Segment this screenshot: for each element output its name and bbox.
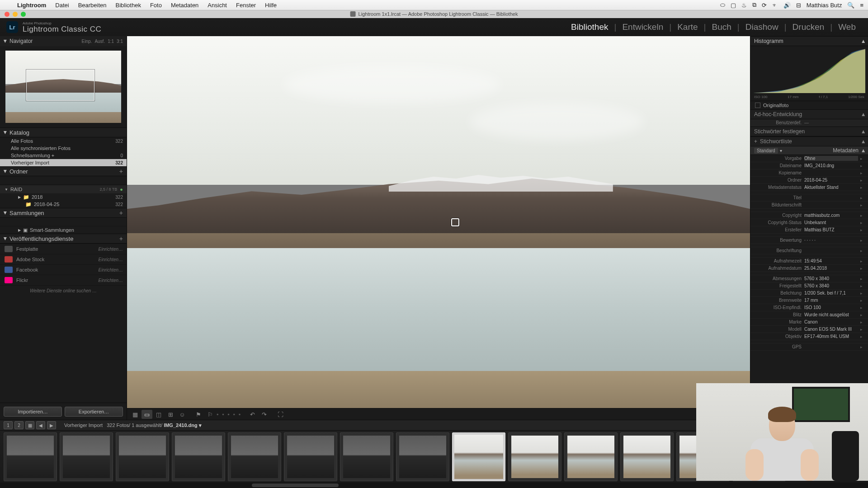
rotate-cw-icon[interactable]: ↷ xyxy=(259,410,269,419)
filmstrip-thumb[interactable] xyxy=(452,432,505,481)
window-minimize-button[interactable] xyxy=(13,12,18,17)
metadata-row[interactable]: DateinameIMG_2410.dng▸ xyxy=(750,162,868,169)
filmstrip-scrollbar[interactable] xyxy=(0,483,868,488)
metadata-row[interactable]: Ordner2018-04-25▸ xyxy=(750,177,868,184)
menu-fenster[interactable]: Fenster xyxy=(231,2,260,9)
metadata-row[interactable]: Belichtung1/200 Sek. bei f / 7,1▸ xyxy=(750,290,868,297)
menu-foto[interactable]: Foto xyxy=(146,2,166,9)
adhoc-header[interactable]: Ad-hoc-Entwicklung ▶ xyxy=(750,109,868,119)
metadata-row[interactable]: ObjektivEF17-40mm f/4L USM▸ xyxy=(750,333,868,340)
smart-collections[interactable]: ▶ ▣ Smart-Sammlungen xyxy=(0,226,127,234)
katalog-row[interactable]: Vorheriger Import322 xyxy=(0,159,127,166)
add-folder-icon[interactable]: + xyxy=(119,168,123,175)
filmstrip-thumb[interactable] xyxy=(172,432,225,481)
flag-reject-icon[interactable]: ⚐ xyxy=(205,410,216,419)
module-web[interactable]: Web xyxy=(832,22,862,32)
metadata-row[interactable]: Kopiename▸ xyxy=(750,169,868,177)
scrollbar-handle[interactable] xyxy=(252,483,339,487)
keywords-header[interactable]: Stichwörter festlegen▶ xyxy=(750,127,868,136)
publish-service-row[interactable]: Adobe StockEinrichten… xyxy=(0,254,127,264)
filmstrip-current-file[interactable]: IMG_2410.dng ▾ xyxy=(164,422,202,428)
filmstrip-thumb[interactable] xyxy=(60,432,113,481)
katalog-row[interactable]: Alle synchronisierten Fotos xyxy=(0,145,127,152)
menubar-wifi-icon[interactable]: ᯤ xyxy=(772,2,778,9)
metadata-row[interactable]: Copyrightmatthiasbutz.com▸ xyxy=(750,212,868,219)
menu-metadaten[interactable]: Metadaten xyxy=(166,2,203,9)
metadata-row[interactable]: BlitzWurde nicht ausgelöst▸ xyxy=(750,311,868,319)
publish-service-row[interactable]: FacebookEinrichten… xyxy=(0,264,127,275)
filmstrip-thumb[interactable] xyxy=(564,432,618,481)
secondary-display-2-button[interactable]: 2 xyxy=(14,421,24,429)
katalog-row[interactable]: Schnellsammlung +0 xyxy=(0,152,127,159)
publish-service-row[interactable]: FlickrEinrichten… xyxy=(0,275,127,285)
module-diashow[interactable]: Diashow xyxy=(740,22,784,32)
menu-hilfe[interactable]: Hilfe xyxy=(260,2,281,9)
menu-bearbeiten[interactable]: Bearbeiten xyxy=(74,2,111,9)
menubar-notification-icon[interactable]: ≡ xyxy=(860,2,863,9)
flag-pick-icon[interactable]: ⚑ xyxy=(193,410,204,419)
window-close-button[interactable] xyxy=(5,12,9,17)
navigator-header[interactable]: ▶ Navigator Einp. Ausf. 1:1 3:1 xyxy=(0,36,127,46)
nav-zoom-fit[interactable]: Einp. xyxy=(82,39,92,44)
metadata-row[interactable]: ErstellerMatthias BUTZ▸ xyxy=(750,226,868,234)
secondary-display-1-button[interactable]: 1 xyxy=(4,421,13,429)
metadata-mode-selector[interactable]: Standard ▾ Metadaten ▶ xyxy=(750,146,868,155)
metadata-row[interactable]: Brennweite17 mm▸ xyxy=(750,297,868,304)
import-button[interactable]: Importieren… xyxy=(4,407,62,417)
katalog-row[interactable]: Alle Fotos322 xyxy=(0,137,127,145)
filmstrip-thumb[interactable] xyxy=(620,432,674,481)
grid-mini-icon[interactable]: ▦ xyxy=(25,421,34,429)
metadata-row[interactable]: Aufnahmezeit15:49:54▸ xyxy=(750,258,868,265)
module-karte[interactable]: Karte xyxy=(671,22,703,32)
navigator-preview[interactable] xyxy=(5,51,121,123)
metadata-row[interactable]: Beschriftung▸ xyxy=(750,247,868,254)
app-menu[interactable]: Lightroom xyxy=(13,2,51,9)
rating-stars[interactable]: • • • • • xyxy=(217,411,241,418)
metadata-row[interactable]: Freigestellt5760 x 3840▸ xyxy=(750,282,868,290)
window-zoom-button[interactable] xyxy=(21,12,26,17)
forward-button[interactable]: ▶ xyxy=(47,421,56,429)
metadata-row[interactable]: MarkeCanon▸ xyxy=(750,319,868,326)
module-drucken[interactable]: Drucken xyxy=(787,22,830,32)
filmstrip-thumb[interactable] xyxy=(396,432,449,481)
histogram-header[interactable]: Histogramm ▶ xyxy=(750,36,868,46)
grid-view-button[interactable]: ▦ xyxy=(130,410,141,419)
export-button[interactable]: Exportieren… xyxy=(65,407,123,417)
filmstrip-thumb[interactable] xyxy=(228,432,281,481)
back-button[interactable]: ◀ xyxy=(36,421,45,429)
add-collection-icon[interactable]: + xyxy=(119,209,123,216)
nav-zoom-1to1[interactable]: 1:1 xyxy=(108,39,114,44)
menubar-display-icon[interactable]: ⊟ xyxy=(796,2,801,9)
filmstrip-thumb[interactable] xyxy=(508,432,561,481)
publish-more-link[interactable]: Weitere Dienste online suchen … xyxy=(0,285,127,296)
publish-header[interactable]: ▶ Veröffentlichungsdienste + xyxy=(0,234,127,244)
metadata-row[interactable]: GPS▸ xyxy=(750,343,868,351)
filmstrip-thumb[interactable] xyxy=(284,432,337,481)
menubar-spotlight-icon[interactable]: 🔍 xyxy=(847,2,854,9)
metadata-row[interactable]: Titel▸ xyxy=(750,194,868,202)
module-buch[interactable]: Buch xyxy=(706,22,737,32)
metadata-row[interactable]: ISO-Empfindl.ISO 100▸ xyxy=(750,304,868,311)
loupe-view[interactable] xyxy=(127,36,750,408)
survey-view-button[interactable]: ⊞ xyxy=(165,410,176,419)
module-bibliothek[interactable]: Bibliothek xyxy=(565,22,614,32)
metadata-row[interactable]: Bildunterschrift▸ xyxy=(750,202,868,209)
histogram[interactable] xyxy=(753,48,865,93)
metadata-row[interactable]: Copyright-StatusUnbekannt▸ xyxy=(750,219,868,226)
metadata-row[interactable]: Abmessungen5760 x 3840▸ xyxy=(750,275,868,282)
publish-service-row[interactable]: FestplatteEinrichten… xyxy=(0,244,127,254)
add-publish-icon[interactable]: + xyxy=(119,235,123,242)
menu-datei[interactable]: Datei xyxy=(51,2,73,9)
menubar-user[interactable]: Matthias Butz xyxy=(807,2,842,9)
menu-bibliothek[interactable]: Bibliothek xyxy=(111,2,146,9)
loupe-view-button[interactable]: ▭ xyxy=(142,410,152,419)
slideshow-icon[interactable]: ⛶ xyxy=(275,410,286,419)
katalog-header[interactable]: ▶ Katalog xyxy=(0,127,127,137)
ordner-header[interactable]: ▶ Ordner + xyxy=(0,166,127,176)
menubar-cc-icon[interactable]: ⬭ xyxy=(720,1,725,9)
people-view-button[interactable]: ☺ xyxy=(177,410,188,419)
navigator-viewport-frame[interactable] xyxy=(26,70,94,101)
rotate-ccw-icon[interactable]: ↶ xyxy=(247,410,258,419)
filmstrip-thumb[interactable] xyxy=(4,432,57,481)
menu-ansicht[interactable]: Ansicht xyxy=(203,2,231,9)
